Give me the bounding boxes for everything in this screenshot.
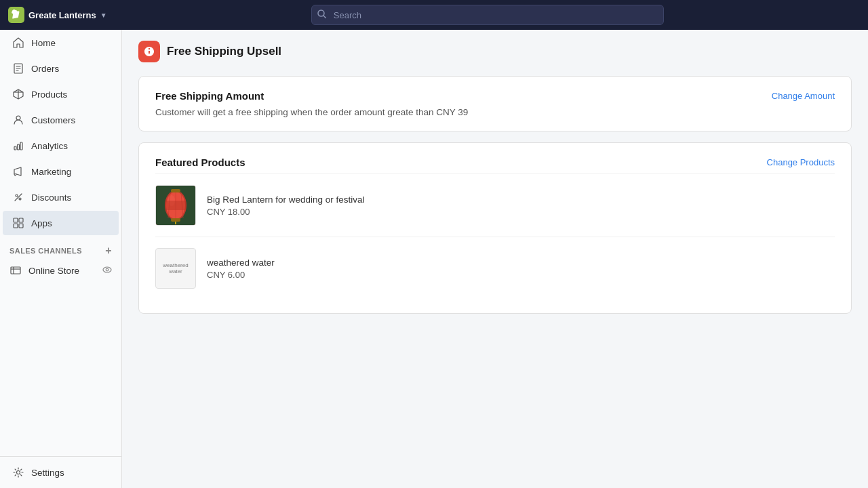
svg-rect-11 — [18, 144, 20, 150]
product-price-1: CNY 18.00 — [207, 207, 835, 217]
nav-item-discounts[interactable]: Discounts — [3, 185, 119, 209]
product-info-1: Big Red Lantern for wedding or festival … — [207, 195, 835, 217]
online-store-label: Online Store — [28, 266, 79, 276]
channels-section-header: SALES CHANNELS + — [0, 239, 121, 259]
nav-label-home: Home — [31, 38, 56, 48]
product-item-2: weathered water weathered water CNY 6.00 — [155, 237, 835, 300]
search-input[interactable] — [311, 5, 664, 25]
featured-card-title: Featured Products — [155, 157, 245, 168]
svg-point-13 — [16, 195, 18, 197]
svg-point-23 — [103, 267, 111, 272]
customers-icon — [12, 114, 24, 126]
nav-label-apps: Apps — [31, 218, 52, 228]
home-icon — [12, 37, 24, 49]
discounts-icon — [12, 191, 24, 203]
product-price-2: CNY 6.00 — [207, 270, 835, 280]
nav-label-products: Products — [31, 89, 67, 100]
svg-point-24 — [106, 268, 108, 271]
orders-icon — [12, 62, 24, 75]
sidebar: Home Orders Products — [0, 30, 122, 488]
shipping-card-title: Free Shipping Amount — [155, 90, 264, 102]
products-icon — [12, 88, 24, 100]
shipping-card-section: Free Shipping Amount Change Amount Custo… — [139, 77, 851, 131]
nav-label-orders: Orders — [31, 64, 59, 74]
nav-item-apps[interactable]: Apps — [3, 211, 119, 235]
page-title: Free Shipping Upsell — [167, 45, 281, 58]
main-layout: Home Orders Products — [0, 30, 868, 488]
product-name-2: weathered water — [207, 258, 835, 268]
nav-label-discounts: Discounts — [31, 192, 71, 203]
product-info-2: weathered water CNY 6.00 — [207, 258, 835, 280]
svg-point-14 — [19, 198, 21, 200]
marketing-icon — [12, 165, 24, 178]
app-icon-badge — [138, 41, 160, 62]
online-store-icon — [9, 264, 22, 277]
search-bar — [311, 5, 664, 25]
nav-item-products[interactable]: Products — [3, 82, 119, 106]
nav-item-home[interactable]: Home — [3, 30, 119, 55]
apps-icon — [12, 217, 24, 229]
svg-point-9 — [16, 116, 20, 120]
add-channel-button[interactable]: + — [105, 245, 112, 256]
svg-rect-12 — [20, 142, 22, 150]
channels-label: SALES CHANNELS — [9, 247, 82, 255]
analytics-icon — [12, 140, 24, 152]
svg-rect-36 — [165, 201, 186, 210]
shipping-card: Free Shipping Amount Change Amount Custo… — [138, 76, 852, 131]
eye-icon[interactable] — [102, 265, 112, 277]
sidebar-bottom: Settings — [0, 456, 121, 488]
online-store-row: Online Store — [0, 259, 121, 282]
nav-item-customers[interactable]: Customers — [3, 108, 119, 132]
store-name: Greate Lanterns — [28, 10, 96, 20]
svg-line-1 — [323, 16, 326, 18]
search-icon — [317, 9, 326, 20]
nav-label-analytics: Analytics — [31, 141, 68, 151]
page-header: Free Shipping Upsell — [138, 41, 852, 62]
featured-products-card: Featured Products Change Products — [138, 142, 852, 314]
settings-icon — [12, 466, 24, 479]
nav-item-settings[interactable]: Settings — [3, 460, 119, 485]
product-item-1: Big Red Lantern for wedding or festival … — [155, 174, 835, 237]
svg-rect-17 — [19, 218, 23, 222]
svg-rect-18 — [14, 224, 18, 228]
nav-item-marketing[interactable]: Marketing — [3, 159, 119, 184]
store-chevron-icon: ▼ — [100, 12, 107, 19]
nav-item-online-store[interactable]: Online Store — [9, 264, 79, 277]
shipping-card-header: Free Shipping Amount Change Amount — [155, 90, 835, 102]
main-content: Free Shipping Upsell Free Shipping Amoun… — [122, 30, 868, 488]
svg-rect-10 — [14, 146, 16, 150]
svg-rect-19 — [19, 224, 23, 228]
nav-label-customers: Customers — [31, 115, 75, 125]
shipping-description: Customer will get a free shipping when t… — [155, 107, 835, 117]
store-selector[interactable]: Greate Lanterns ▼ — [8, 7, 107, 23]
change-amount-button[interactable]: Change Amount — [772, 91, 835, 101]
svg-rect-20 — [11, 267, 20, 274]
product-name-1: Big Red Lantern for wedding or festival — [207, 195, 835, 205]
featured-card-header: Featured Products Change Products — [155, 157, 835, 168]
nav-item-orders[interactable]: Orders — [3, 56, 119, 81]
product-thumbnail-1 — [155, 185, 196, 226]
nav-item-analytics[interactable]: Analytics — [3, 134, 119, 158]
nav-label-settings: Settings — [31, 468, 64, 478]
svg-point-25 — [17, 471, 20, 474]
nav-label-marketing: Marketing — [31, 167, 71, 177]
featured-card-section: Featured Products Change Products — [139, 143, 851, 313]
top-navigation: Greate Lanterns ▼ — [0, 0, 868, 30]
shopify-logo — [8, 7, 24, 23]
change-products-button[interactable]: Change Products — [767, 157, 835, 167]
svg-rect-16 — [14, 218, 18, 222]
product-thumbnail-2: weathered water — [155, 248, 196, 289]
